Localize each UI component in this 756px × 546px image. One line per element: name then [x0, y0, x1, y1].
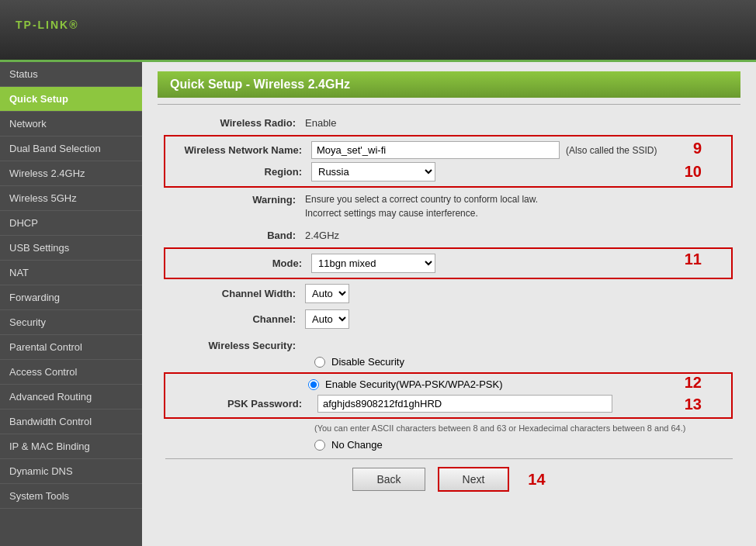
form-area: Wireless Radio: Enable Wireless Network … — [142, 111, 756, 507]
band-label: Band: — [165, 230, 305, 241]
region-label: Region: — [172, 166, 311, 178]
enable-security-row: Enable Security(WPA-PSK/WPA2-PSK) — [172, 378, 725, 390]
channel-select[interactable]: Auto — [305, 309, 349, 329]
warning-row: Warning: Ensure you select a correct cou… — [165, 192, 733, 220]
sidebar-item-usb-settings[interactable]: USB Settings — [0, 236, 142, 261]
back-button[interactable]: Back — [352, 468, 425, 491]
region-row: Region: Russia — [172, 162, 725, 181]
mode-section: Mode: 11bgn mixed 11 — [165, 247, 733, 279]
mode-label: Mode: — [172, 257, 311, 269]
sidebar-item-dynamic-dns[interactable]: Dynamic DNS — [0, 459, 142, 484]
sidebar-item-wireless-5[interactable]: Wireless 5GHz — [0, 186, 142, 211]
wireless-name-section: Wireless Network Name: (Also called the … — [165, 135, 733, 188]
sidebar-item-network[interactable]: Network — [0, 112, 142, 136]
psk-password-row: PSK Password: — [172, 395, 725, 413]
channel-row: Channel: Auto — [165, 309, 733, 329]
psk-password-input[interactable] — [317, 395, 612, 413]
step-12: 12 — [685, 374, 702, 392]
enable-security-radio[interactable] — [308, 379, 319, 390]
wireless-security-row: Wireless Security: — [165, 340, 733, 351]
sidebar-item-dhcp[interactable]: DHCP — [0, 211, 142, 236]
wireless-name-label: Wireless Network Name: — [172, 144, 311, 156]
band-value: 2.4GHz — [305, 230, 339, 241]
step-11: 11 — [685, 251, 702, 268]
mode-box: Mode: 11bgn mixed — [164, 247, 733, 279]
step-13: 13 — [685, 396, 702, 413]
page-title: Quick Setup - Wireless 2.4GHz — [158, 71, 740, 98]
logo-mark: ® — [69, 19, 78, 31]
step-14: 14 — [528, 471, 545, 489]
sidebar: Status Quick Setup Network Dual Band Sel… — [0, 62, 142, 546]
disable-security-row: Disable Security — [314, 356, 733, 368]
wireless-radio-row: Wireless Radio: Enable — [165, 117, 733, 129]
step-10: 10 — [685, 163, 702, 181]
psk-note: (You can enter ASCII characters between … — [314, 423, 733, 433]
sidebar-item-quick-setup[interactable]: Quick Setup — [0, 87, 142, 112]
sidebar-item-dual-band[interactable]: Dual Band Selection — [0, 136, 142, 161]
sidebar-item-bandwidth-control[interactable]: Bandwidth Control — [0, 410, 142, 434]
wireless-name-box: Wireless Network Name: (Also called the … — [164, 135, 733, 188]
sidebar-item-system-tools[interactable]: System Tools — [0, 484, 142, 509]
sidebar-item-status[interactable]: Status — [0, 62, 142, 87]
sidebar-item-forwarding[interactable]: Forwarding — [0, 285, 142, 310]
no-change-row: No Change — [314, 439, 733, 451]
warning-text: Ensure you select a correct country to c… — [305, 192, 538, 220]
region-select[interactable]: Russia — [311, 162, 435, 181]
disable-security-radio[interactable] — [314, 357, 325, 368]
sidebar-item-ip-mac-binding[interactable]: IP & MAC Binding — [0, 434, 142, 459]
logo-text: TP-LINK — [16, 19, 69, 31]
disable-security-label: Disable Security — [331, 356, 404, 368]
logo: TP-LINK® — [16, 16, 79, 44]
sidebar-item-access-control[interactable]: Access Control — [0, 360, 142, 385]
step-9: 9 — [693, 140, 702, 157]
no-change-label: No Change — [331, 439, 383, 451]
sidebar-item-advanced-routing[interactable]: Advanced Routing — [0, 385, 142, 410]
no-change-radio[interactable] — [314, 440, 325, 451]
wireless-radio-value: Enable — [305, 117, 336, 129]
enable-security-box: Enable Security(WPA-PSK/WPA2-PSK) PSK Pa… — [164, 372, 733, 419]
sidebar-item-nat[interactable]: NAT — [0, 261, 142, 285]
next-button[interactable]: Next — [438, 467, 510, 492]
channel-width-row: Channel Width: Auto — [165, 284, 733, 303]
main-layout: Status Quick Setup Network Dual Band Sel… — [0, 62, 756, 546]
sidebar-item-security[interactable]: Security — [0, 310, 142, 335]
header: TP-LINK® — [0, 0, 756, 62]
divider-top — [158, 104, 740, 105]
band-row: Band: 2.4GHz — [165, 230, 733, 241]
channel-width-select[interactable]: Auto — [305, 284, 349, 303]
button-area: Back Next 14 — [165, 467, 733, 492]
ssid-note: (Also called the SSID) — [566, 145, 657, 156]
wireless-name-row: Wireless Network Name: (Also called the … — [172, 141, 725, 159]
channel-width-label: Channel Width: — [165, 288, 305, 299]
wireless-security-label: Wireless Security: — [165, 340, 305, 351]
enable-security-label: Enable Security(WPA-PSK/WPA2-PSK) — [325, 378, 503, 390]
wireless-radio-label: Wireless Radio: — [165, 117, 305, 129]
sidebar-item-wireless-24[interactable]: Wireless 2.4GHz — [0, 161, 142, 186]
wireless-name-input[interactable] — [311, 141, 560, 159]
enable-security-section: Enable Security(WPA-PSK/WPA2-PSK) PSK Pa… — [165, 372, 733, 419]
sidebar-item-parental-control[interactable]: Parental Control — [0, 335, 142, 360]
mode-select[interactable]: 11bgn mixed — [311, 254, 435, 273]
channel-label: Channel: — [165, 313, 305, 325]
divider-bottom — [165, 458, 733, 459]
content-area: Quick Setup - Wireless 2.4GHz Wireless R… — [142, 62, 756, 546]
warning-label: Warning: — [165, 192, 305, 206]
psk-password-label: PSK Password: — [172, 398, 311, 410]
